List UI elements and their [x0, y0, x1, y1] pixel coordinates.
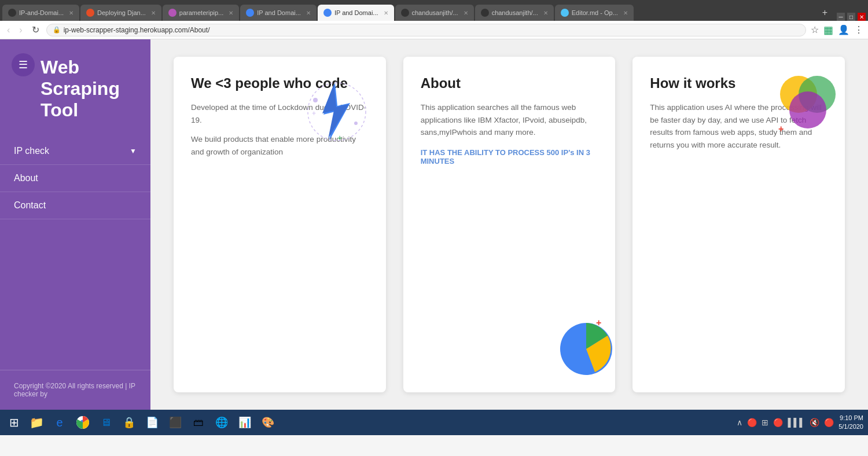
sidebar-header: ☰ Web Scraping Tool: [0, 39, 150, 126]
tab-close-tab1[interactable]: ✕: [69, 10, 73, 16]
sidebar-footer: Copyright ©2020 All rights reserved | IP…: [0, 370, 150, 410]
taskbar-icon10[interactable]: 📊: [234, 412, 255, 433]
card-card2: AboutThis application searches all the f…: [403, 57, 616, 392]
minimize-button[interactable]: ─: [837, 13, 845, 21]
maximize-button[interactable]: □: [847, 13, 855, 21]
menu-icon[interactable]: ⋮: [854, 24, 863, 35]
taskbar-icon11[interactable]: 🎨: [258, 412, 278, 433]
volume-icon[interactable]: 🔇: [810, 418, 819, 427]
taskbar: ⊞ 📁 e 🖥 🔒 📄 ⬛ 🗃 🌐 📊 🎨 ∧ 🔴 ⊞ 🔴 ▌▌▌ 🔇 🔴 9:…: [0, 410, 868, 435]
chevron-down-icon: ▼: [130, 147, 137, 155]
taskbar-tray: ∧ 🔴 ⊞ 🔴 ▌▌▌ 🔇 🔴 9:10 PM 5/1/2020: [737, 414, 863, 432]
refresh-button[interactable]: ↻: [30, 23, 42, 36]
card-card1: We <3 people who codeDeveloped at the ti…: [174, 57, 386, 392]
sidebar-item-contact[interactable]: Contact: [0, 192, 150, 219]
back-button[interactable]: ‹: [5, 24, 12, 36]
tray-arrow[interactable]: ∧: [737, 418, 742, 427]
close-button[interactable]: ✕: [858, 13, 866, 21]
clock-date: 5/1/2020: [838, 422, 863, 431]
star-icon[interactable]: ☆: [811, 24, 819, 35]
taskbar-icon5[interactable]: 🔒: [119, 412, 139, 433]
tab-close-tab3[interactable]: ✕: [229, 10, 233, 16]
sidebar-item-ip-check[interactable]: IP check▼: [0, 138, 150, 165]
browser-tab-tab1[interactable]: IP-and-Domai...✕: [2, 5, 79, 21]
svg-text:+: +: [312, 109, 316, 117]
forward-button[interactable]: ›: [17, 24, 24, 36]
tab-close-tab8[interactable]: ✕: [623, 10, 628, 16]
page-container: ☰ Web Scraping Tool IP check▼AboutContac…: [0, 39, 868, 410]
lightning-illustration: + +: [305, 74, 374, 155]
svg-text:+: +: [596, 318, 601, 328]
browser-tabs-bar: IP-and-Domai...✕Deploying Djan...✕parame…: [0, 0, 868, 21]
tab-close-tab7[interactable]: ✕: [543, 10, 548, 16]
card-card3: How it worksThis application uses AI whe…: [632, 57, 845, 392]
taskbar-chrome[interactable]: [72, 412, 93, 433]
svg-text:+: +: [778, 124, 784, 134]
address-bar: ‹ › ↻ 🔒 ip-web-scrapper-staging.herokuap…: [0, 21, 868, 39]
svg-text:+: +: [337, 133, 342, 142]
tab-close-tab4[interactable]: ✕: [306, 10, 311, 16]
main-content: We <3 people who codeDeveloped at the ti…: [150, 39, 868, 410]
new-tab-button[interactable]: +: [818, 5, 832, 21]
taskbar-icon7[interactable]: ⬛: [165, 412, 186, 433]
taskbar-icon4[interactable]: 🖥: [95, 412, 116, 433]
svg-point-2: [354, 122, 358, 125]
browser-tab-tab6[interactable]: chandusanjith/...✕: [395, 5, 474, 21]
sidebar-nav: IP check▼AboutContact: [0, 138, 150, 370]
tray-icon3[interactable]: 🔴: [773, 418, 783, 427]
sidebar-title: Web Scraping Tool: [41, 51, 139, 120]
venn-illustration: +: [775, 74, 839, 138]
url-bar[interactable]: 🔒 ip-web-scrapper-staging.herokuapp.com/…: [46, 24, 806, 36]
wifi-icon[interactable]: ▌▌▌: [788, 418, 805, 427]
tab-close-tab6[interactable]: ✕: [464, 10, 468, 16]
browser-tab-tab2[interactable]: Deploying Djan...✕: [80, 5, 161, 21]
pie-illustration: +: [540, 306, 615, 381]
taskbar-icon6[interactable]: 📄: [142, 412, 163, 433]
card-title: About: [421, 74, 598, 92]
tab-close-tab2[interactable]: ✕: [151, 10, 156, 16]
svg-point-1: [313, 98, 318, 102]
browser-tab-tab7[interactable]: chandusanjith/...✕: [475, 5, 554, 21]
browser-tab-tab5[interactable]: IP and Domai...✕: [318, 5, 394, 21]
hamburger-icon: ☰: [19, 58, 28, 71]
sidebar: ☰ Web Scraping Tool IP check▼AboutContac…: [0, 39, 150, 410]
toolbar-icons: ☆ ▦ 👤 ⋮: [811, 24, 863, 36]
taskbar-clock[interactable]: 9:10 PM 5/1/2020: [838, 414, 863, 432]
svg-point-11: [789, 91, 826, 128]
card-highlight: IT HAS THE ABILITY TO PROCESS 500 IP's I…: [421, 148, 598, 166]
clock-time: 9:10 PM: [838, 414, 863, 422]
lock-icon: 🔒: [53, 26, 61, 34]
taskbar-ie[interactable]: e: [49, 412, 70, 433]
profile-icon[interactable]: 👤: [838, 24, 849, 35]
hamburger-button[interactable]: ☰: [12, 53, 35, 76]
taskbar-icon9[interactable]: 🌐: [211, 412, 232, 433]
sidebar-item-about[interactable]: About: [0, 165, 150, 192]
url-text: ip-web-scrapper-staging.herokuapp.com/Ab…: [64, 26, 210, 34]
extension1-icon[interactable]: ▦: [823, 24, 833, 36]
browser-tab-tab4[interactable]: IP and Domai...✕: [240, 5, 317, 21]
tray-icon1[interactable]: 🔴: [747, 418, 757, 427]
start-button[interactable]: ⊞: [5, 414, 24, 431]
taskbar-icon8[interactable]: 🗃: [188, 412, 209, 433]
tray-icon5[interactable]: 🔴: [824, 418, 834, 427]
taskbar-file-explorer[interactable]: 📁: [26, 412, 47, 433]
browser-tab-tab8[interactable]: Editor.md - Op...✕: [555, 5, 634, 21]
tab-close-tab5[interactable]: ✕: [384, 10, 388, 16]
card-body-text: This application searches all the famous…: [421, 101, 598, 139]
tray-icon2[interactable]: ⊞: [762, 418, 768, 427]
browser-tab-tab3[interactable]: parameteripip...✕: [163, 5, 239, 21]
